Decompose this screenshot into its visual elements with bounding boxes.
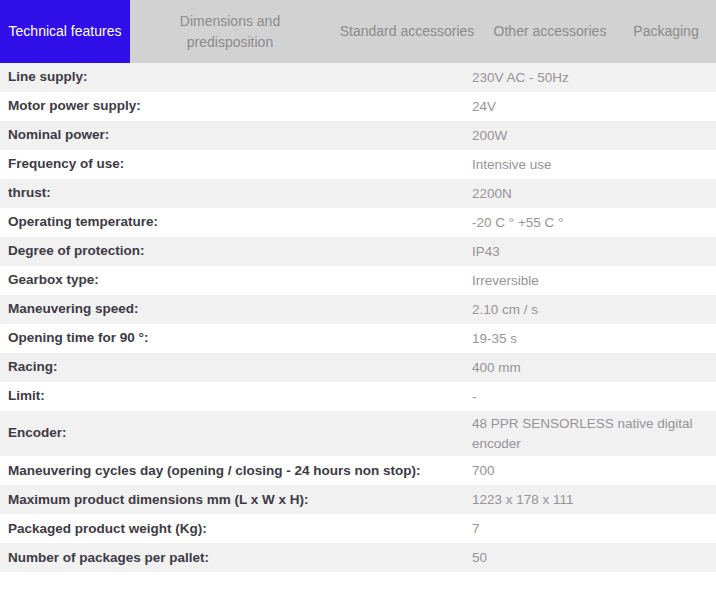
spec-label: Frequency of use: [0,155,472,173]
spec-label: Opening time for 90 °: [0,329,472,347]
spec-value: 2200N [472,184,716,204]
spec-value: 1223 x 178 x 111 [472,490,716,510]
spec-tabbar: Technical features Dimensions and predis… [0,0,716,63]
spec-label: Gearbox type: [0,271,472,289]
tab-label: Packaging [633,21,698,41]
tab-packaging[interactable]: Packaging [616,0,716,63]
spec-value: 700 [472,461,716,481]
spec-value: 19-35 s [472,329,716,349]
table-row: Maneuvering speed: 2.10 cm / s [0,295,716,324]
product-spec-panel: Technical features Dimensions and predis… [0,0,716,572]
spec-value: Irreversible [472,271,716,291]
tab-label: Other accessories [494,21,607,41]
table-row: Motor power supply: 24V [0,92,716,121]
table-row: Degree of protection: IP43 [0,237,716,266]
spec-value: IP43 [472,242,716,262]
spec-value: - [472,387,716,407]
spec-label: Packaged product weight (Kg): [0,520,472,538]
spec-value: 50 [472,548,716,568]
spec-value: Intensive use [472,155,716,175]
spec-value: 400 mm [472,358,716,378]
spec-label: Limit: [0,387,472,405]
spec-table: Line supply: 230V AC - 50Hz Motor power … [0,63,716,572]
spec-label: Motor power supply: [0,97,472,115]
table-row: Line supply: 230V AC - 50Hz [0,63,716,92]
spec-label: Encoder: [0,424,472,442]
tab-label: Dimensions and predisposition [138,11,322,52]
spec-label: Number of packages per pallet: [0,549,472,567]
spec-label: Degree of protection: [0,242,472,260]
table-row: Frequency of use: Intensive use [0,150,716,179]
spec-label: Racing: [0,358,472,376]
spec-label: Maneuvering speed: [0,300,472,318]
table-row: Racing: 400 mm [0,353,716,382]
spec-label: Line supply: [0,68,472,86]
spec-value: 2.10 cm / s [472,300,716,320]
tab-technical-features[interactable]: Technical features [0,0,130,63]
table-row: Opening time for 90 °: 19-35 s [0,324,716,353]
spec-label: Operating temperature: [0,213,472,231]
spec-value: -20 C ° +55 C ° [472,213,716,233]
table-row: Limit: - [0,382,716,411]
tab-other-accessories[interactable]: Other accessories [484,0,616,63]
spec-value: 200W [472,126,716,146]
tab-dimensions-and-predisposition[interactable]: Dimensions and predisposition [130,0,330,63]
table-row: Operating temperature: -20 C ° +55 C ° [0,208,716,237]
table-row: Packaged product weight (Kg): 7 [0,514,716,543]
spec-label: Maneuvering cycles day (opening / closin… [0,462,472,480]
table-row: thrust: 2200N [0,179,716,208]
spec-value: 230V AC - 50Hz [472,68,716,88]
spec-value: 48 PPR SENSORLESS native digital encoder [472,414,716,453]
table-row: Nominal power: 200W [0,121,716,150]
tab-label: Standard accessories [340,21,475,41]
table-row: Maximum product dimensions mm (L x W x H… [0,485,716,514]
spec-label: Nominal power: [0,126,472,144]
spec-label: thrust: [0,184,472,202]
table-row: Maneuvering cycles day (opening / closin… [0,456,716,485]
spec-value: 7 [472,519,716,539]
tab-label: Technical features [9,21,122,41]
tab-standard-accessories[interactable]: Standard accessories [330,0,484,63]
table-row: Number of packages per pallet: 50 [0,543,716,572]
spec-value: 24V [472,97,716,117]
table-row: Gearbox type: Irreversible [0,266,716,295]
table-row: Encoder: 48 PPR SENSORLESS native digita… [0,411,716,456]
spec-label: Maximum product dimensions mm (L x W x H… [0,491,472,509]
